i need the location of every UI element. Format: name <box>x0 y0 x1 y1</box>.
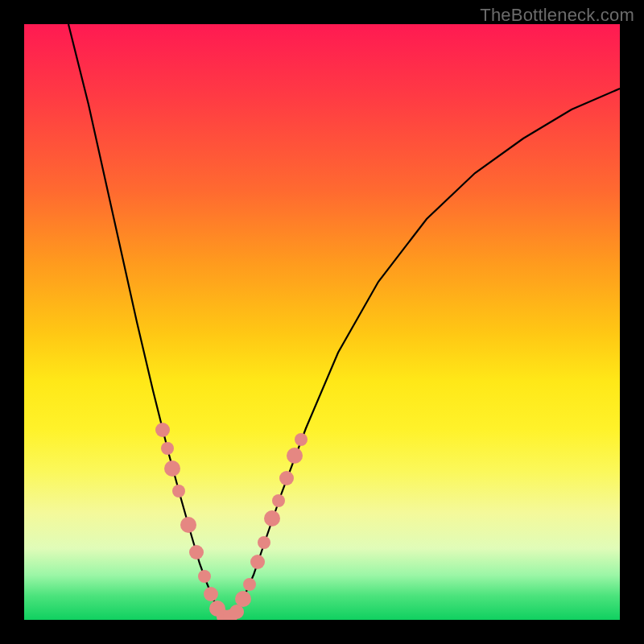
highlight-point <box>264 510 280 526</box>
chart-frame: TheBottleneck.com <box>0 0 644 644</box>
bottleneck-curve <box>68 24 620 618</box>
watermark-text: TheBottleneck.com <box>480 5 634 26</box>
highlight-point <box>279 471 294 485</box>
highlight-markers <box>155 423 308 620</box>
highlight-point <box>287 448 303 464</box>
highlight-point <box>235 591 251 607</box>
highlight-point <box>164 460 180 477</box>
curve-layer <box>24 24 620 620</box>
plot-area <box>24 24 620 620</box>
highlight-point <box>295 433 308 446</box>
highlight-point <box>172 485 185 497</box>
highlight-point <box>204 587 218 601</box>
highlight-point <box>155 423 170 437</box>
highlight-point <box>272 494 285 507</box>
highlight-point <box>161 442 174 455</box>
highlight-point <box>189 545 204 559</box>
highlight-point <box>258 536 270 549</box>
highlight-point <box>243 578 256 591</box>
highlight-point <box>198 570 211 583</box>
highlight-point <box>250 555 265 569</box>
highlight-point <box>180 517 196 533</box>
